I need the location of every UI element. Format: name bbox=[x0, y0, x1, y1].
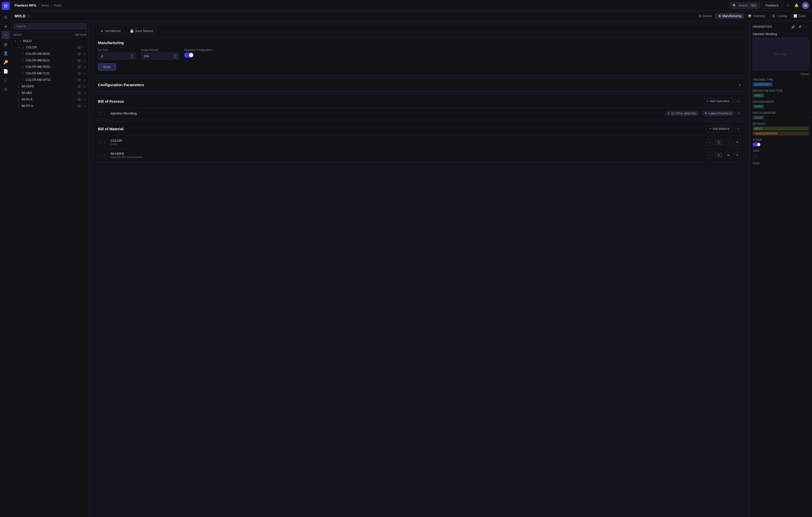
sidebar-item-graph[interactable]: ◈ bbox=[2, 22, 10, 30]
manufacturing-save-button[interactable]: Save bbox=[98, 63, 116, 70]
tracking-type-section: Tracking Type INVENTORY bbox=[753, 78, 809, 86]
scrap-spinner: ▲ ▼ bbox=[173, 54, 177, 59]
scrap-up[interactable]: ▲ bbox=[173, 54, 177, 56]
material-settings-2[interactable]: ⚙ bbox=[734, 152, 741, 159]
sidebar-item-settings[interactable]: ⚙ bbox=[2, 85, 10, 93]
rp-maximize-icon[interactable]: ⤢ bbox=[804, 24, 809, 30]
expand-color[interactable]: ▾ bbox=[17, 46, 20, 49]
hdpe-badge: 1 bbox=[77, 85, 81, 88]
copy-icon[interactable]: ⧉ bbox=[28, 14, 30, 18]
add-tag-button[interactable]: + bbox=[753, 153, 758, 159]
default-method-value[interactable]: MAKE bbox=[753, 93, 764, 97]
get-icon: ⬇ bbox=[101, 29, 103, 33]
yl01-action[interactable]: ⊠ bbox=[82, 71, 87, 76]
feedback-button[interactable]: Feedback bbox=[762, 2, 782, 8]
bl01-action[interactable]: ⊠ bbox=[82, 58, 87, 63]
tree-item-im-abs[interactable]: ⟐ IM-ABS 1 ⊠ bbox=[11, 90, 89, 96]
tree-item-color-bl01[interactable]: ⟐ COLOR-MB-BL01 1 ⊠ bbox=[11, 57, 89, 64]
active-section: Active bbox=[753, 139, 809, 146]
material-icon-btn-2[interactable]: ⟐ bbox=[706, 152, 713, 159]
material-share-1[interactable]: ↑ bbox=[725, 139, 732, 146]
upload-button[interactable]: Upload bbox=[753, 73, 809, 76]
tracking-type-value[interactable]: INVENTORY bbox=[753, 82, 773, 86]
tree-item-im-pph[interactable]: ⟐ IM-PP-H 1 ⊠ bbox=[11, 103, 89, 109]
app-name[interactable]: Flawless MFG bbox=[14, 3, 36, 7]
sidebar-item-home[interactable]: ⊞ bbox=[2, 13, 10, 21]
breadcrumb-parts[interactable]: Parts bbox=[54, 3, 62, 7]
process-checkbox-1[interactable] bbox=[98, 112, 102, 115]
scrap-percent-input-wrap: ▲ ▼ bbox=[141, 53, 179, 60]
config-params-header[interactable]: Configuration Parameters ▾ bbox=[93, 79, 745, 91]
replenishment-value[interactable]: MAKE bbox=[753, 105, 764, 109]
material-action-2[interactable]: ⊠ bbox=[725, 152, 732, 159]
tree-item-color-yl01[interactable]: ⟐ COLOR-MB-YL01 1 ⊠ bbox=[11, 70, 89, 77]
uom-value[interactable]: EACH bbox=[753, 115, 764, 119]
active-toggle[interactable] bbox=[753, 143, 761, 146]
material-qty-1[interactable]: 1 bbox=[715, 140, 723, 145]
bk01-action[interactable]: ⊠ bbox=[82, 52, 87, 56]
breadcrumb-items[interactable]: Items bbox=[41, 3, 49, 7]
scrap-down[interactable]: ▼ bbox=[173, 56, 177, 59]
sidebar-item-warehouse[interactable]: ▦ bbox=[2, 40, 10, 48]
tree-item-color-bk01[interactable]: ⟐ COLOR-MB-BK01 1 ⊠ bbox=[11, 51, 89, 57]
tree-item-color-wt01[interactable]: ⟐ COLOR-MB-WT01 1 ⊠ bbox=[11, 77, 89, 83]
tree-search-input[interactable] bbox=[13, 23, 87, 30]
material-checkbox-1[interactable] bbox=[98, 141, 102, 144]
material-icon-btn-1[interactable]: ⟐ bbox=[706, 139, 713, 146]
process-settings-icon[interactable]: ⚙ bbox=[737, 112, 741, 115]
piece-icon: ⚙ bbox=[704, 112, 707, 115]
material-settings-1[interactable]: ⚙ bbox=[734, 139, 741, 146]
search-box[interactable]: 🔍 Search ⌘K bbox=[730, 2, 760, 9]
user-avatar[interactable]: JD bbox=[802, 2, 809, 9]
material-qty-2[interactable]: 1 bbox=[715, 152, 723, 158]
scrap-percent-input[interactable] bbox=[143, 53, 173, 60]
tree-item-color-rd01[interactable]: ⟐ COLOR-MB-RD01 1 ⊠ bbox=[11, 64, 89, 70]
sidebar-item-docs[interactable]: 📄 bbox=[2, 67, 10, 75]
hdpe-action[interactable]: ⊠ bbox=[82, 84, 87, 89]
lot-size-up[interactable]: ▲ bbox=[130, 54, 134, 56]
uom-filter-icon[interactable]: ≡ bbox=[808, 116, 809, 119]
pa6-action[interactable]: ⊠ bbox=[82, 97, 87, 102]
abs-action[interactable]: ⊠ bbox=[82, 91, 87, 95]
lot-size-down[interactable]: ▼ bbox=[130, 56, 134, 59]
lot-size-input[interactable] bbox=[100, 53, 130, 60]
save-icon: 💾 bbox=[130, 29, 134, 33]
method-mold[interactable]: MOLD bbox=[753, 126, 809, 131]
export-bop-icon[interactable]: ↗ bbox=[734, 98, 741, 104]
tree-item-im-pa6[interactable]: ⟐ IM-PA-6 1 ⊠ bbox=[11, 96, 89, 103]
app-logo[interactable] bbox=[2, 2, 10, 10]
requires-config-toggle[interactable] bbox=[184, 53, 194, 58]
get-method-button[interactable]: ⬇ Get Method bbox=[97, 28, 124, 34]
hdpe-label: IM-HDPE bbox=[22, 85, 76, 88]
add-material-button[interactable]: + Add Material bbox=[706, 125, 733, 132]
sidebar-item-search[interactable]: 🔑 bbox=[2, 58, 10, 66]
sidebar-item-parts[interactable]: ⟐ bbox=[2, 31, 10, 39]
add-operation-button[interactable]: + Add Operation bbox=[704, 98, 733, 105]
color-share[interactable]: ↑ bbox=[82, 45, 87, 50]
wt01-action[interactable]: ⊠ bbox=[82, 78, 87, 82]
rp-link-icon[interactable]: 🔗 bbox=[790, 24, 796, 30]
tab-details[interactable]: ⊞ Details bbox=[696, 13, 715, 19]
export-bom-icon[interactable]: ↗ bbox=[734, 126, 741, 132]
bell-icon[interactable]: 🔔 bbox=[793, 2, 800, 9]
yl01-badge: 1 bbox=[77, 72, 81, 75]
sidebar-item-shield[interactable]: 🛡 bbox=[2, 76, 10, 84]
material-checkbox-2[interactable] bbox=[98, 153, 102, 157]
tab-costing[interactable]: 💲 Costing bbox=[769, 13, 790, 19]
process-name-1[interactable]: Injection Moulding bbox=[111, 112, 662, 115]
save-method-button[interactable]: 💾 Save Method bbox=[127, 28, 156, 34]
pph-action[interactable]: ⊠ bbox=[82, 104, 87, 108]
rp-pin-icon[interactable]: 📌 bbox=[797, 24, 803, 30]
tab-sales[interactable]: 📊 Sales bbox=[790, 13, 809, 19]
tree-item-color[interactable]: ▾ ⟐ COLOR 1 ↑ bbox=[11, 44, 89, 51]
expand-mold[interactable]: ▾ bbox=[13, 39, 17, 43]
tab-manufacturing[interactable]: ⚙ Manufacturing bbox=[715, 13, 744, 19]
tree-item-mold[interactable]: ▾ ⟐ MOLD bbox=[11, 38, 89, 44]
yl01-label: COLOR-MB-YL01 bbox=[26, 71, 76, 75]
sidebar-item-users[interactable]: 👤 bbox=[2, 49, 10, 57]
new-tab-icon[interactable]: ↗ bbox=[784, 2, 791, 9]
rd01-action[interactable]: ⊠ bbox=[82, 65, 87, 69]
method-hq[interactable]: HEADQUARTERS bbox=[753, 132, 809, 136]
tree-item-im-hdpe[interactable]: ⟐ IM-HDPE 1 ⊠ bbox=[11, 83, 89, 90]
tab-inventory[interactable]: 📦 Inventory bbox=[745, 13, 768, 19]
